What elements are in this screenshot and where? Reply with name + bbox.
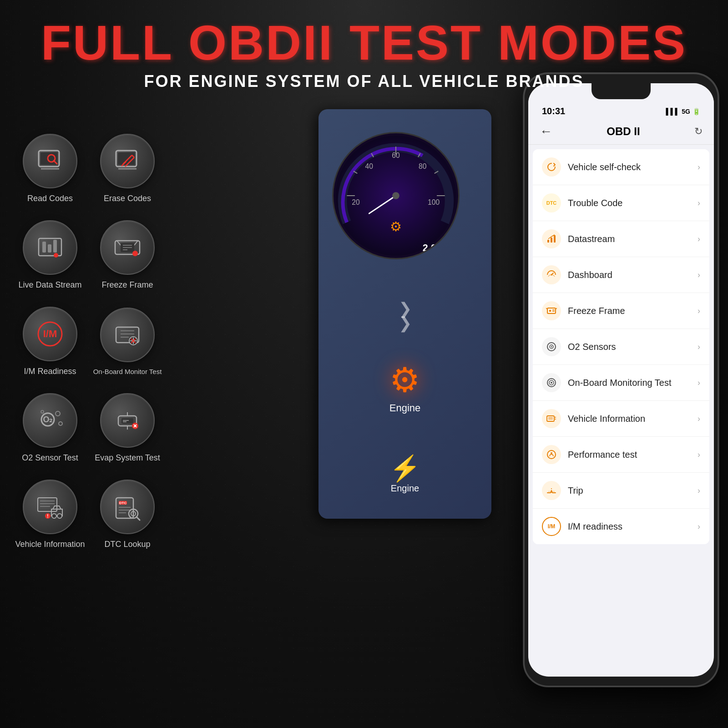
svg-rect-5 — [118, 152, 135, 165]
icons-grid: Read Codes Erase Codes — [14, 127, 164, 555]
menu-icon-vehicle-self-check — [542, 157, 561, 177]
speedometer-screen: 20 40 60 80 100 ⚙ 2 0 — [332, 132, 460, 259]
icon-circle-obm — [100, 308, 155, 362]
menu-item-trip[interactable]: Trip › — [533, 473, 709, 509]
icon-circle-read-codes — [23, 134, 77, 188]
menu-text-on-board-monitoring: On-Board Monitoring Test — [568, 378, 691, 388]
icon-label-obm: On-Board Monitor Test — [93, 368, 162, 375]
live-data-svg — [34, 232, 66, 263]
icon-item-erase-codes: Erase Codes — [91, 127, 164, 209]
refresh-button[interactable]: ↻ — [694, 126, 703, 137]
menu-chevron-im-readiness: › — [698, 522, 700, 531]
svg-rect-77 — [554, 235, 556, 243]
signal-type: 5G — [682, 108, 690, 115]
svg-point-29 — [56, 411, 60, 416]
erase-codes-svg — [111, 145, 143, 177]
menu-item-im-readiness[interactable]: I/M I/M readiness › — [533, 509, 709, 544]
chevrons: ❯❯ — [399, 301, 412, 330]
icon-item-o2-sensor: O₂ O2 Sensor Test — [14, 387, 86, 469]
phone-screen: 10:31 ▌▌▌ 5G 🔋 ← OBD II ↻ — [528, 83, 714, 677]
icon-item-read-codes: Read Codes — [14, 127, 86, 209]
icon-label-read-codes: Read Codes — [27, 194, 73, 203]
icon-circle-im-readiness: I/M — [23, 307, 77, 361]
svg-rect-76 — [551, 238, 552, 243]
menu-item-vehicle-self-check[interactable]: Vehicle self-check › — [533, 149, 709, 185]
icon-item-dtc-lookup: DTC DTC Lookup — [91, 473, 164, 555]
nav-title: OBD II — [607, 125, 640, 138]
icon-circle-freeze-frame — [100, 220, 155, 275]
menu-item-o2-sensors[interactable]: O2 Sensors › — [533, 329, 709, 365]
svg-rect-90 — [547, 416, 554, 421]
menu-icon-performance-test — [542, 445, 561, 464]
svg-rect-80 — [547, 308, 556, 313]
icon-item-evap: Evap System Test — [91, 387, 164, 469]
engine-warning-area: ⚙ Engine — [389, 360, 421, 414]
main-title: FULL OBDII TEST MODES — [0, 18, 728, 67]
engine-label-large: Engine — [389, 402, 421, 414]
menu-item-freeze-frame[interactable]: Freeze Frame › — [533, 293, 709, 329]
menu-text-dashboard: Dashboard — [568, 270, 691, 280]
icon-circle-o2-sensor: O₂ — [23, 393, 77, 448]
menu-icon-dashboard — [542, 265, 561, 284]
engine-icon-small: ⚡ — [389, 454, 421, 483]
menu-item-datastream[interactable]: Datastream › — [533, 221, 709, 257]
menu-list: Vehicle self-check › DTC Trouble Code › — [533, 149, 709, 544]
icon-item-obm: On-Board Monitor Test — [91, 300, 164, 382]
svg-point-46 — [57, 514, 62, 518]
menu-chevron-dashboard: › — [698, 270, 700, 280]
svg-point-79 — [551, 274, 552, 276]
svg-text:80: 80 — [419, 162, 427, 170]
menu-chevron-vehicle-self-check: › — [698, 162, 700, 172]
svg-point-30 — [59, 422, 62, 425]
battery-icon: 🔋 — [693, 108, 700, 115]
menu-text-vehicle-information: Vehicle Information — [568, 414, 691, 424]
signal-icon: ▌▌▌ — [666, 108, 680, 115]
phone-status-icons: ▌▌▌ 5G 🔋 — [666, 108, 700, 115]
header: FULL OBDII TEST MODES FOR ENGINE SYSTEM … — [0, 0, 728, 91]
icon-item-live-data: Live Data Stream — [14, 214, 86, 296]
icon-label-im-readiness: I/M Readiness — [24, 367, 76, 376]
menu-text-vehicle-self-check: Vehicle self-check — [568, 162, 691, 172]
menu-icon-trouble-code: DTC — [542, 193, 561, 212]
menu-item-performance-test[interactable]: Performance test › — [533, 437, 709, 473]
icon-label-dtc-lookup: DTC Lookup — [104, 540, 150, 549]
svg-text:!: ! — [47, 514, 48, 519]
menu-text-performance-test: Performance test — [568, 450, 691, 460]
icon-item-im-readiness: I/M I/M Readiness — [14, 300, 86, 382]
svg-text:I/M: I/M — [43, 328, 57, 339]
svg-text:40: 40 — [365, 162, 374, 170]
svg-text:20: 20 — [352, 198, 360, 206]
menu-icon-im-readiness: I/M — [542, 517, 561, 536]
phone-device: 10:31 ▌▌▌ 5G 🔋 ← OBD II ↻ — [523, 73, 719, 687]
menu-icon-trip — [542, 481, 561, 500]
back-button[interactable]: ← — [540, 124, 552, 139]
evap-svg — [111, 404, 143, 436]
menu-icon-freeze-frame — [542, 301, 561, 320]
phone-time: 10:31 — [542, 106, 565, 116]
svg-point-19 — [132, 251, 138, 256]
menu-item-trouble-code[interactable]: DTC Trouble Code › — [533, 185, 709, 221]
icon-item-vehicle-info: ! Vehicle Information — [14, 473, 86, 555]
menu-text-freeze-frame: Freeze Frame — [568, 306, 691, 316]
o2-sensor-svg: O₂ — [34, 404, 66, 436]
icon-label-o2-sensor: O2 Sensor Test — [22, 453, 78, 463]
icon-label-live-data: Live Data Stream — [18, 280, 81, 290]
vehicle-info-svg: ! — [34, 491, 66, 523]
menu-chevron-datastream: › — [698, 234, 700, 244]
svg-point-72 — [392, 192, 399, 199]
menu-chevron-freeze-frame: › — [698, 306, 700, 316]
icon-item-freeze-frame: Freeze Frame — [91, 214, 164, 296]
menu-chevron-on-board-monitoring: › — [698, 378, 700, 388]
svg-text:60: 60 — [392, 152, 400, 159]
im-readiness-svg: I/M — [34, 318, 66, 350]
menu-item-dashboard[interactable]: Dashboard › — [533, 257, 709, 293]
svg-text:2 0: 2 0 — [423, 243, 436, 253]
svg-point-86 — [551, 346, 552, 348]
icon-circle-live-data — [23, 220, 77, 275]
svg-text:O₂: O₂ — [43, 415, 52, 424]
menu-item-vehicle-information[interactable]: Vehicle Information › — [533, 401, 709, 437]
svg-rect-75 — [547, 240, 549, 243]
icon-circle-vehicle-info: ! — [23, 480, 77, 534]
menu-item-on-board-monitoring[interactable]: On-Board Monitoring Test › — [533, 365, 709, 401]
engine-icon-large: ⚙ — [389, 360, 421, 400]
